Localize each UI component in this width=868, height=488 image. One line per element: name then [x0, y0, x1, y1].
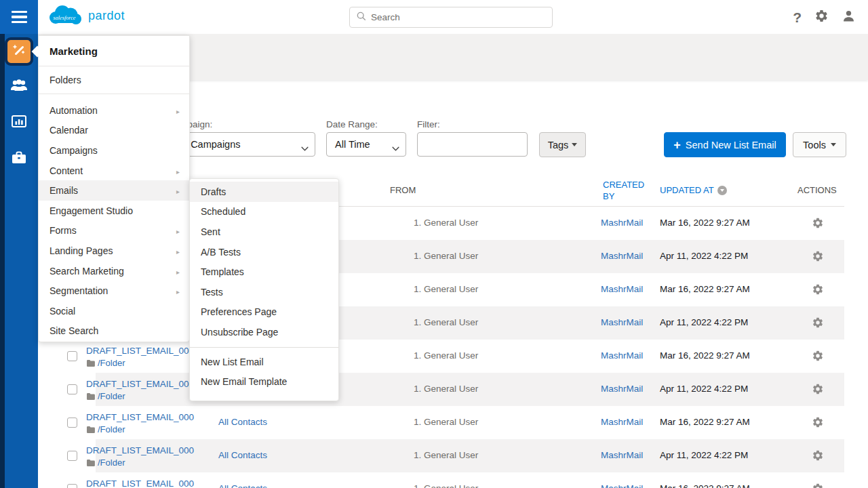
- from-cell: 1. General User: [414, 483, 478, 488]
- row-actions-gear-icon[interactable]: [812, 483, 824, 488]
- flyout-item-site-search[interactable]: Site Search: [39, 321, 189, 342]
- sent-to-link[interactable]: All Contacts: [218, 450, 267, 460]
- row-checkbox[interactable]: [67, 384, 77, 394]
- submenu-item-new-list-email[interactable]: New List Email: [190, 352, 338, 372]
- menu-item-label: A/B Tests: [201, 247, 241, 258]
- flyout-item-folders[interactable]: Folders: [39, 66, 189, 94]
- row-actions-gear-icon[interactable]: [812, 250, 824, 265]
- flyout-item-search-marketing[interactable]: Search Marketing: [39, 261, 189, 281]
- column-header-from: FROM: [390, 174, 416, 207]
- submenu-item-preferences-page[interactable]: Preferences Page: [190, 302, 338, 323]
- submenu-item-unsubscribe-page[interactable]: Unsubscribe Page: [190, 322, 338, 342]
- chevron-right-icon: [176, 105, 180, 116]
- flyout-item-social[interactable]: Social: [39, 301, 189, 321]
- submenu-item-drafts[interactable]: Drafts: [190, 182, 338, 202]
- flyout-item-calendar[interactable]: Calendar: [39, 121, 189, 141]
- created-by-link[interactable]: MashrMail: [601, 350, 643, 361]
- email-name-link[interactable]: DRAFT_LIST_EMAIL_000: [86, 379, 194, 389]
- email-name-cell: DRAFT_LIST_EMAIL_000 /Folder: [86, 477, 194, 488]
- flyout-item-landing-pages[interactable]: Landing Pages: [39, 241, 189, 261]
- email-name-link[interactable]: DRAFT_LIST_EMAIL_000: [86, 479, 194, 488]
- row-checkbox[interactable]: [67, 451, 77, 461]
- folder-link[interactable]: /Folder: [98, 457, 125, 468]
- created-by-link[interactable]: MashrMail: [601, 483, 643, 488]
- campaign-select[interactable]: All Campaigns: [168, 132, 315, 157]
- email-name-link[interactable]: DRAFT_LIST_EMAIL_000: [86, 346, 194, 356]
- sidebar-item-marketing[interactable]: [5, 38, 33, 65]
- gear-icon[interactable]: [814, 9, 829, 26]
- menu-icon[interactable]: [0, 0, 38, 34]
- column-header-updated-at[interactable]: UPDATED AT: [660, 174, 727, 207]
- menu-item-label: Social: [50, 306, 75, 317]
- flyout-item-forms[interactable]: Forms: [39, 221, 189, 241]
- submenu-item-a-b-tests[interactable]: A/B Tests: [190, 242, 338, 262]
- tags-button[interactable]: Tags: [539, 132, 586, 157]
- chevron-down-icon: [301, 142, 309, 153]
- sent-to-link[interactable]: All Contacts: [218, 417, 267, 427]
- flyout-item-automation[interactable]: Automation: [39, 100, 189, 121]
- created-by-link[interactable]: MashrMail: [601, 417, 643, 427]
- flyout-item-emails[interactable]: Emails: [39, 180, 189, 201]
- emails-submenu: DraftsScheduledSentA/B TestsTemplatesTes…: [189, 178, 339, 401]
- flyout-item-campaigns[interactable]: Campaigns: [39, 140, 189, 161]
- chevron-right-icon: [176, 285, 180, 296]
- email-name-cell: DRAFT_LIST_EMAIL_000 /Folder: [86, 378, 194, 402]
- from-cell: 1. General User: [414, 218, 478, 228]
- plus-icon: [673, 139, 681, 151]
- email-name-cell: DRAFT_LIST_EMAIL_000 /Folder: [86, 344, 194, 369]
- row-actions-gear-icon[interactable]: [812, 317, 824, 331]
- user-icon[interactable]: [842, 9, 856, 26]
- send-new-list-email-button[interactable]: Send New List Email: [664, 132, 786, 157]
- created-by-link[interactable]: MashrMail: [601, 450, 643, 460]
- folder-icon: [86, 424, 95, 435]
- submenu-footer-list: New List EmailNew Email Template: [190, 352, 338, 392]
- submenu-item-new-email-template[interactable]: New Email Template: [190, 371, 338, 392]
- menu-item-label: Emails: [50, 185, 78, 196]
- help-icon[interactable]: [793, 10, 802, 24]
- updated-at-cell: Mar 16, 2022 9:27 AM: [660, 483, 750, 488]
- row-actions-gear-icon[interactable]: [812, 350, 824, 365]
- submenu-item-templates[interactable]: Templates: [190, 262, 338, 282]
- row-checkbox[interactable]: [67, 418, 77, 428]
- created-by-link[interactable]: MashrMail: [601, 317, 643, 327]
- date-range-select[interactable]: All Time: [326, 132, 406, 157]
- row-actions-gear-icon[interactable]: [812, 383, 824, 398]
- from-cell: 1. General User: [414, 284, 478, 294]
- flyout-item-engagement-studio[interactable]: Engagement Studio: [39, 201, 189, 221]
- chevron-right-icon: [176, 266, 180, 277]
- email-name-link[interactable]: DRAFT_LIST_EMAIL_000: [86, 412, 194, 422]
- global-search[interactable]: [349, 7, 553, 28]
- flyout-item-segmentation[interactable]: Segmentation: [39, 281, 189, 301]
- sidebar-item-admin[interactable]: [5, 146, 33, 173]
- email-name-link[interactable]: DRAFT_LIST_EMAIL_000: [86, 445, 194, 455]
- row-checkbox[interactable]: [67, 484, 77, 488]
- sidebar-item-prospects[interactable]: [5, 73, 33, 100]
- updated-at-cell: Apr 11, 2022 4:22 PM: [660, 251, 748, 261]
- created-by-link[interactable]: MashrMail: [601, 218, 643, 228]
- search-input[interactable]: [371, 12, 546, 22]
- submenu-item-sent[interactable]: Sent: [190, 222, 338, 242]
- sidebar-item-reports[interactable]: [5, 109, 33, 136]
- submenu-item-tests[interactable]: Tests: [190, 282, 338, 302]
- flyout-item-content[interactable]: Content: [39, 161, 189, 181]
- folder-link[interactable]: /Folder: [98, 390, 125, 402]
- folder-icon: [86, 357, 95, 369]
- created-by-link[interactable]: MashrMail: [601, 251, 643, 261]
- folder-link[interactable]: /Folder: [98, 357, 125, 369]
- created-by-link[interactable]: MashrMail: [601, 384, 643, 394]
- table-row: DRAFT_LIST_EMAIL_000 /Folder All Contact…: [96, 439, 844, 472]
- menu-item-label: Landing Pages: [50, 245, 113, 256]
- sent-to-link[interactable]: All Contacts: [218, 483, 267, 488]
- folder-link[interactable]: /Folder: [98, 424, 125, 435]
- submenu-item-scheduled[interactable]: Scheduled: [190, 202, 338, 222]
- row-actions-gear-icon[interactable]: [812, 449, 824, 464]
- tools-button[interactable]: Tools: [793, 132, 846, 157]
- column-header-created-by[interactable]: CREATED BY: [603, 174, 645, 207]
- row-checkbox[interactable]: [67, 351, 77, 361]
- row-actions-gear-icon[interactable]: [812, 283, 824, 298]
- submenu-main-list: DraftsScheduledSentA/B TestsTemplatesTes…: [190, 182, 338, 342]
- row-actions-gear-icon[interactable]: [812, 416, 824, 431]
- created-by-link[interactable]: MashrMail: [601, 284, 643, 294]
- row-actions-gear-icon[interactable]: [812, 217, 824, 232]
- filter-input[interactable]: [417, 132, 528, 157]
